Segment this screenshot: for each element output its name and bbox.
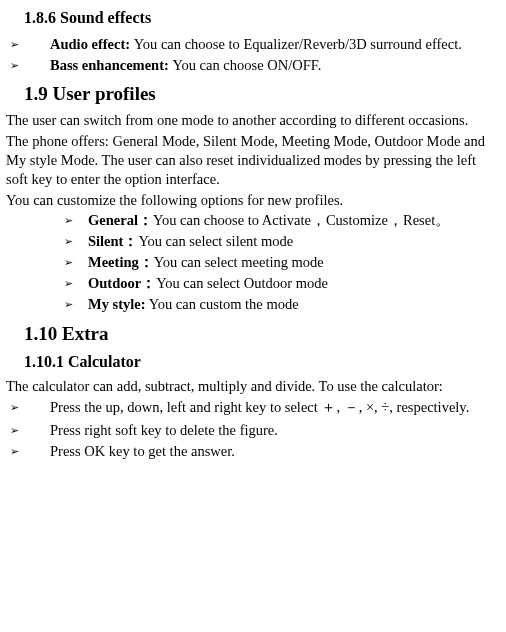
heading-1-9: 1.9 User profiles — [24, 82, 500, 107]
list-item-content: Press right soft key to delete the figur… — [50, 421, 500, 440]
user-profiles-list: ➢ General：You can choose to Activate，Cus… — [6, 211, 500, 313]
list-item: ➢ General：You can choose to Activate，Cus… — [6, 211, 500, 230]
list-item: ➢ Silent：You can select silent mode — [6, 232, 500, 251]
item-text: You can choose ON/OFF. — [172, 57, 321, 73]
list-item: ➢ Outdoor：You can select Outdoor mode — [6, 274, 500, 293]
item-bold: Silent： — [88, 233, 138, 249]
list-item: ➢ Audio effect: You can choose to Equali… — [6, 35, 500, 54]
heading-1-8-6: 1.8.6 Sound effects — [24, 8, 500, 29]
list-item-content: Press OK key to get the answer. — [50, 442, 500, 461]
chevron-right-icon: ➢ — [10, 398, 44, 419]
item-bold: General： — [88, 212, 153, 228]
item-text: You can select Outdoor mode — [156, 275, 328, 291]
item-text: You can choose to Activate，Customize，Res… — [153, 212, 450, 228]
chevron-right-icon: ➢ — [10, 56, 44, 75]
list-item-content: Outdoor：You can select Outdoor mode — [88, 274, 500, 293]
chevron-right-icon: ➢ — [10, 35, 44, 54]
chevron-right-icon: ➢ — [10, 421, 44, 440]
heading-1-10-1: 1.10.1 Calculator — [24, 352, 500, 373]
item-text: You can choose to Equalizer/Reverb/3D su… — [134, 36, 462, 52]
item-text: You can custom the mode — [146, 296, 299, 312]
item-bold: Audio effect: — [50, 36, 134, 52]
item-bold: Meeting： — [88, 254, 154, 270]
sound-effects-list: ➢ Audio effect: You can choose to Equali… — [6, 35, 500, 75]
chevron-right-icon: ➢ — [64, 295, 82, 314]
item-bold: Outdoor： — [88, 275, 156, 291]
paragraph: The user can switch from one mode to ano… — [6, 111, 500, 130]
chevron-right-icon: ➢ — [64, 232, 82, 251]
chevron-right-icon: ➢ — [10, 442, 44, 461]
list-item: ➢ My style: You can custom the mode — [6, 295, 500, 314]
list-item-content: General：You can choose to Activate，Custo… — [88, 211, 500, 230]
chevron-right-icon: ➢ — [64, 274, 82, 293]
paragraph: You can customize the following options … — [6, 191, 500, 210]
paragraph: The calculator can add, subtract, multip… — [6, 377, 500, 396]
paragraph: The phone offers: General Mode, Silent M… — [6, 132, 500, 189]
list-item-content: Bass enhancement: You can choose ON/OFF. — [50, 56, 500, 75]
chevron-right-icon: ➢ — [64, 211, 82, 230]
item-bold: Bass enhancement: — [50, 57, 172, 73]
list-item-content: Silent：You can select silent mode — [88, 232, 500, 251]
list-item-content: Audio effect: You can choose to Equalize… — [50, 35, 500, 54]
calculator-list: ➢ Press the up, down, left and right key… — [6, 398, 500, 461]
list-item: ➢ Press OK key to get the answer. — [6, 442, 500, 461]
list-item: ➢ Bass enhancement: You can choose ON/OF… — [6, 56, 500, 75]
list-item-content: Meeting：You can select meeting mode — [88, 253, 500, 272]
heading-1-10: 1.10 Extra — [24, 322, 500, 347]
list-item: ➢ Press right soft key to delete the fig… — [6, 421, 500, 440]
list-item: ➢ Meeting：You can select meeting mode — [6, 253, 500, 272]
list-item: ➢ Press the up, down, left and right key… — [6, 398, 500, 419]
list-item-content: My style: You can custom the mode — [88, 295, 500, 314]
chevron-right-icon: ➢ — [64, 253, 82, 272]
item-bold: My style: — [88, 296, 146, 312]
list-item-content: Press the up, down, left and right key t… — [50, 398, 500, 417]
item-text: You can select meeting mode — [154, 254, 324, 270]
item-text: You can select silent mode — [138, 233, 293, 249]
